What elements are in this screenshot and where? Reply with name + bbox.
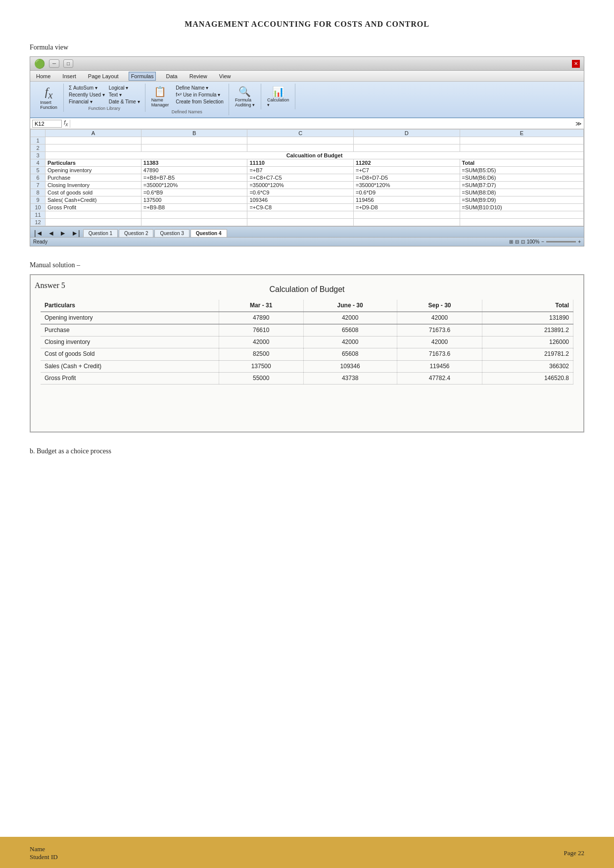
use-in-formula-button[interactable]: f×² Use in Formula ▾ xyxy=(175,92,225,98)
cell-d7[interactable]: =35000*120% xyxy=(353,182,460,189)
define-name-button[interactable]: Define Name ▾ xyxy=(175,85,225,91)
cell-c1[interactable] xyxy=(247,137,354,145)
cell-c10[interactable]: =+C9-C8 xyxy=(247,204,354,211)
cell-reference-input[interactable] xyxy=(32,120,62,128)
tab-nav-prev[interactable]: ◄ xyxy=(46,229,57,237)
cell-e1[interactable] xyxy=(460,137,583,145)
tab-question-4[interactable]: Question 4 xyxy=(190,229,227,237)
date-time-button[interactable]: Date & Time ▾ xyxy=(108,98,141,105)
cell-d5[interactable]: =+C7 xyxy=(353,167,460,174)
cell-a10[interactable]: Gross Profit xyxy=(46,204,142,211)
cell-e8[interactable]: =SUM(B8:D8) xyxy=(460,189,583,196)
menu-insert[interactable]: Insert xyxy=(60,72,78,80)
financial-button[interactable]: Financial ▾ xyxy=(68,98,106,105)
tab-nav-next[interactable]: ► xyxy=(57,229,68,237)
cell-d9[interactable]: 119456 xyxy=(353,196,460,204)
cell-a6[interactable]: Purchase xyxy=(46,174,142,182)
cell-c7[interactable]: =35000*120% xyxy=(247,182,354,189)
logical-button[interactable]: Logical ▾ xyxy=(108,85,141,91)
cell-e11[interactable] xyxy=(460,211,583,219)
cell-b11[interactable] xyxy=(141,211,247,219)
row-4: 4 Particulars 11383 11110 11202 Total xyxy=(31,159,584,167)
formula-bar-expand[interactable]: ≫ xyxy=(575,120,582,127)
tab-nav-last[interactable]: ►| xyxy=(69,229,82,237)
cell-d12[interactable] xyxy=(353,219,460,226)
excel-window-close[interactable]: ✕ xyxy=(572,60,580,68)
cell-e6[interactable]: =SUM(B6:D6) xyxy=(460,174,583,182)
cell-c6[interactable]: =+C8+C7-C5 xyxy=(247,174,354,182)
cell-c9[interactable]: 109346 xyxy=(247,196,354,204)
formula-input[interactable] xyxy=(72,121,573,127)
cell-b4[interactable]: 11383 xyxy=(141,159,247,167)
cell-b9[interactable]: 137500 xyxy=(141,196,247,204)
cell-e5[interactable]: =SUM(B5:D5) xyxy=(460,167,583,174)
cell-b5[interactable]: 47890 xyxy=(141,167,247,174)
cell-d1[interactable] xyxy=(353,137,460,145)
cell-a5[interactable]: Opening inventory xyxy=(46,167,142,174)
menu-view[interactable]: View xyxy=(217,72,233,80)
cell-d8[interactable]: =0.6*D9 xyxy=(353,189,460,196)
cell-a7[interactable]: Closing Inventory xyxy=(46,182,142,189)
cell-b12[interactable] xyxy=(141,219,247,226)
zoom-slider[interactable] xyxy=(546,241,576,242)
tab-question-1[interactable]: Question 1 xyxy=(83,229,118,237)
menu-review[interactable]: Review xyxy=(188,72,209,80)
cell-b2[interactable] xyxy=(141,145,247,152)
cell-a1[interactable] xyxy=(46,137,142,145)
menu-formulas[interactable]: Formulas xyxy=(129,72,156,81)
manual-closing-label: Closing inventory xyxy=(41,337,219,348)
cell-a12[interactable] xyxy=(46,219,142,226)
cell-e9[interactable]: =SUM(B9:D9) xyxy=(460,196,583,204)
autosum-button[interactable]: Σ AutoSum ▾ xyxy=(68,85,106,91)
menu-page-layout[interactable]: Page Layout xyxy=(86,72,121,80)
cell-a2[interactable] xyxy=(46,145,142,152)
tab-question-3[interactable]: Question 3 xyxy=(154,229,189,237)
view-normal-icon[interactable]: ⊞ xyxy=(509,239,513,244)
cell-e12[interactable] xyxy=(460,219,583,226)
view-page-icon[interactable]: ⊟ xyxy=(515,239,519,244)
insert-function-button[interactable]: fx InsertFunction xyxy=(38,85,59,111)
text-button[interactable]: Text ▾ xyxy=(108,92,141,98)
excel-window-control[interactable]: ─ xyxy=(49,59,59,68)
menu-data[interactable]: Data xyxy=(164,72,179,80)
cell-c4[interactable]: 11110 xyxy=(247,159,354,167)
cell-e4[interactable]: Total xyxy=(460,159,583,167)
cell-a11[interactable] xyxy=(46,211,142,219)
cell-e2[interactable] xyxy=(460,145,583,152)
cell-c2[interactable] xyxy=(247,145,354,152)
cell-b7[interactable]: =35000*120% xyxy=(141,182,247,189)
cell-b1[interactable] xyxy=(141,137,247,145)
calculation-button[interactable]: 📊 Calculation▾ xyxy=(265,85,291,108)
cell-d2[interactable] xyxy=(353,145,460,152)
name-manager-button[interactable]: 📋 NameManager xyxy=(149,85,171,108)
excel-window-maximize[interactable]: □ xyxy=(63,59,73,68)
cell-b6[interactable]: =+B8+B7-B5 xyxy=(141,174,247,182)
cell-d11[interactable] xyxy=(353,211,460,219)
cell-a8[interactable]: Cost of goods sold xyxy=(46,189,142,196)
zoom-minus-button[interactable]: − xyxy=(541,239,544,244)
cell-c11[interactable] xyxy=(247,211,354,219)
create-from-selection-button[interactable]: Create from Selection xyxy=(175,98,225,105)
cell-a9[interactable]: Sales( Cash+Credit) xyxy=(46,196,142,204)
menu-home[interactable]: Home xyxy=(34,72,52,80)
formula-auditing-button[interactable]: 🔍 FormulaAuditing ▾ xyxy=(233,85,257,108)
recently-used-button[interactable]: Recently Used ▾ xyxy=(68,92,106,98)
zoom-plus-button[interactable]: + xyxy=(578,239,581,244)
cell-a4[interactable]: Particulars xyxy=(46,159,142,167)
cell-b8[interactable]: =0.6*B9 xyxy=(141,189,247,196)
cell-d4[interactable]: 11202 xyxy=(353,159,460,167)
cell-e7[interactable]: =SUM(B7:D7) xyxy=(460,182,583,189)
cell-d6[interactable]: =+D8+D7-D5 xyxy=(353,174,460,182)
tab-question-2[interactable]: Question 2 xyxy=(119,229,153,237)
tab-nav-first[interactable]: |◄ xyxy=(32,229,45,237)
manual-gp-jun: 43738 xyxy=(303,372,397,384)
cell-budget-title[interactable]: Calcualtion of Budget xyxy=(46,152,584,159)
cell-b10[interactable]: =+B9-B8 xyxy=(141,204,247,211)
cell-c5[interactable]: =+B7 xyxy=(247,167,354,174)
cell-c12[interactable] xyxy=(247,219,354,226)
cell-c8[interactable]: =0.6*C9 xyxy=(247,189,354,196)
view-break-icon[interactable]: ⊡ xyxy=(521,239,525,244)
row-num-3: 3 xyxy=(31,152,46,159)
cell-e10[interactable]: =SUM(B10:D10) xyxy=(460,204,583,211)
cell-d10[interactable]: =+D9-D8 xyxy=(353,204,460,211)
